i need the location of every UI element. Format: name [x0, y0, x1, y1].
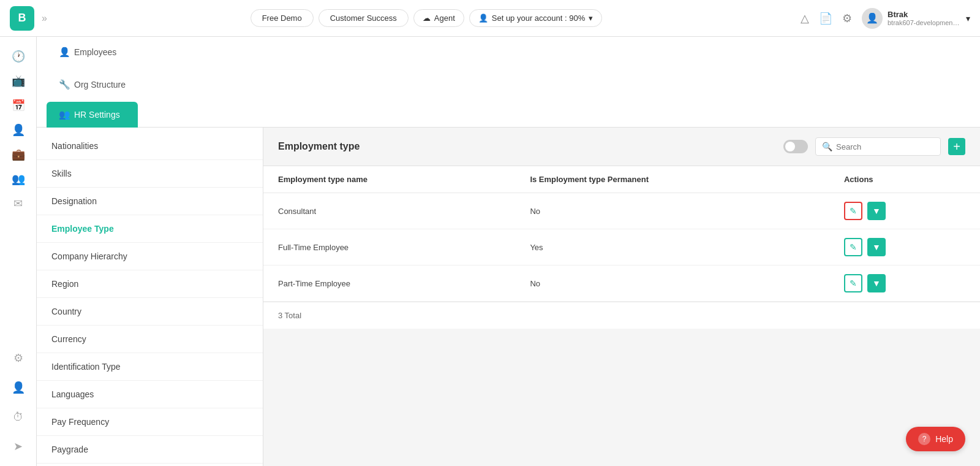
setup-chevron-icon: ▾: [589, 13, 593, 23]
toggle-switch[interactable]: [783, 140, 808, 153]
send-icon[interactable]: ➤: [6, 434, 31, 459]
edit-button[interactable]: ✎: [844, 202, 862, 220]
col-actions: Actions: [829, 166, 980, 193]
table-row: ConsultantNo✎▼: [263, 193, 980, 229]
toggle-thumb: [785, 142, 795, 151]
gear-icon[interactable]: ⚙: [842, 12, 852, 25]
sidebar-item-pay-frequency[interactable]: Pay Frequency: [37, 408, 263, 436]
search-box: 🔍: [815, 137, 941, 156]
avatar: 👤: [862, 8, 883, 29]
briefcase-icon[interactable]: 💼: [6, 142, 31, 167]
tab-icon-1: 🔧: [59, 79, 70, 90]
setup-button[interactable]: 👤 Set up your account : 90% ▾: [469, 9, 602, 27]
group-icon[interactable]: 👥: [6, 167, 31, 191]
edit-button[interactable]: ✎: [844, 238, 862, 256]
download-button[interactable]: ▼: [867, 274, 886, 292]
total-count: 3 Total: [278, 311, 301, 320]
help-fab[interactable]: ? Help: [906, 427, 965, 451]
content-area: Employment type 🔍 +: [263, 128, 980, 466]
employment-type-panel: Employment type 🔍 +: [263, 128, 980, 329]
main-content: 👤Employees🔧Org Structure👥HR Settings Nat…: [37, 37, 980, 466]
tab-org-structure[interactable]: 🔧Org Structure: [47, 69, 138, 102]
sidebar-item-nationalities[interactable]: Nationalities: [37, 132, 263, 160]
employment-type-name: Full-Time Employee: [263, 229, 515, 265]
sidebar-item-memberships[interactable]: MemberShips: [37, 464, 263, 466]
person-icon[interactable]: 👤: [6, 118, 31, 142]
sidebar-item-paygrade[interactable]: Paygrade: [37, 436, 263, 464]
help-label: Help: [935, 434, 953, 444]
top-nav: B » Free Demo Customer Success ☁ Agent 👤…: [0, 0, 980, 37]
top-nav-center: Free Demo Customer Success ☁ Agent 👤 Set…: [59, 9, 793, 27]
sidebar-item-region[interactable]: Region: [37, 270, 263, 298]
sidebar-item-identification-type[interactable]: Identification Type: [37, 353, 263, 381]
top-nav-right: △ 📄 ⚙ 👤 Btrak btrak607-development@gm...…: [801, 8, 970, 29]
sidebar-item-currency[interactable]: Currency: [37, 326, 263, 353]
timer-icon[interactable]: ⏱: [6, 405, 31, 429]
panel-header-right: 🔍 +: [783, 137, 965, 156]
document-icon[interactable]: 📄: [819, 12, 832, 25]
download-button[interactable]: ▼: [867, 238, 886, 256]
mail-icon[interactable]: ✉: [6, 191, 31, 216]
sidebar-item-skills[interactable]: Skills: [37, 160, 263, 188]
user2-icon[interactable]: 👤: [6, 375, 31, 400]
customer-success-button[interactable]: Customer Success: [318, 9, 409, 27]
tab-icon-2: 👥: [59, 109, 70, 120]
settings-sidebar: NationalitiesSkillsDesignationEmployee T…: [37, 128, 263, 466]
edit-button[interactable]: ✎: [844, 274, 862, 292]
col-is-employment-type-permanent: Is Employment type Permanent: [515, 166, 829, 193]
alert-icon[interactable]: △: [801, 12, 809, 25]
user-menu[interactable]: 👤 Btrak btrak607-development@gm... ▾: [862, 8, 970, 29]
settings-icon[interactable]: ⚙: [6, 346, 31, 370]
employment-type-table: Employment type nameIs Employment type P…: [263, 166, 980, 302]
table-row: Full-Time EmployeeYes✎▼: [263, 229, 980, 265]
main-layout: 🕐📺📅👤💼👥✉ ⚙👤⏱➤ 👤Employees🔧Org Structure👥HR…: [0, 37, 980, 466]
user-email: btrak607-development@gm...: [888, 19, 961, 26]
sidebar-item-company-hierarchy[interactable]: Company Hierarchy: [37, 243, 263, 270]
col-employment-type-name: Employment type name: [263, 166, 515, 193]
is-permanent: No: [515, 193, 829, 229]
download-button[interactable]: ▼: [867, 202, 886, 220]
setup-person-icon: 👤: [478, 13, 488, 23]
tv-icon[interactable]: 📺: [6, 69, 31, 93]
employment-type-name: Part-Time Employee: [263, 265, 515, 302]
panel-header: Employment type 🔍 +: [263, 128, 980, 166]
search-input[interactable]: [836, 142, 934, 151]
user-chevron-icon: ▾: [966, 13, 970, 23]
is-permanent: Yes: [515, 229, 829, 265]
is-permanent: No: [515, 265, 829, 302]
tabs-bar: 👤Employees🔧Org Structure👥HR Settings: [37, 37, 980, 128]
inner-layout: NationalitiesSkillsDesignationEmployee T…: [37, 128, 980, 466]
sidebar-item-country[interactable]: Country: [37, 298, 263, 326]
calendar-icon[interactable]: 📅: [6, 93, 31, 118]
username: Btrak: [888, 10, 961, 19]
search-icon: 🔍: [822, 142, 832, 151]
sidebar-item-designation[interactable]: Designation: [37, 188, 263, 215]
icon-sidebar-bottom: ⚙👤⏱➤: [6, 346, 31, 459]
add-button[interactable]: +: [948, 138, 965, 155]
toggle-track: [783, 140, 808, 153]
employment-type-name: Consultant: [263, 193, 515, 229]
agent-button[interactable]: ☁ Agent: [413, 9, 464, 27]
agent-cloud-icon: ☁: [423, 13, 431, 23]
actions-cell: ✎▼: [829, 193, 980, 229]
app-logo[interactable]: B: [10, 6, 34, 31]
tab-icon-0: 👤: [59, 47, 70, 58]
panel-footer: 3 Total: [263, 302, 980, 329]
table-row: Part-Time EmployeeNo✎▼: [263, 265, 980, 302]
panel-title: Employment type: [278, 141, 360, 152]
expand-icon[interactable]: »: [42, 13, 47, 24]
clock-icon[interactable]: 🕐: [6, 44, 31, 69]
actions-cell: ✎▼: [829, 265, 980, 302]
tab-employees[interactable]: 👤Employees: [47, 37, 138, 69]
icon-sidebar: 🕐📺📅👤💼👥✉ ⚙👤⏱➤: [0, 37, 37, 466]
tab-hr-settings[interactable]: 👥HR Settings: [47, 102, 138, 128]
actions-cell: ✎▼: [829, 229, 980, 265]
sidebar-item-languages[interactable]: Languages: [37, 381, 263, 408]
free-demo-button[interactable]: Free Demo: [251, 9, 314, 27]
sidebar-item-employee-type[interactable]: Employee Type: [37, 215, 263, 243]
help-icon: ?: [918, 433, 930, 445]
